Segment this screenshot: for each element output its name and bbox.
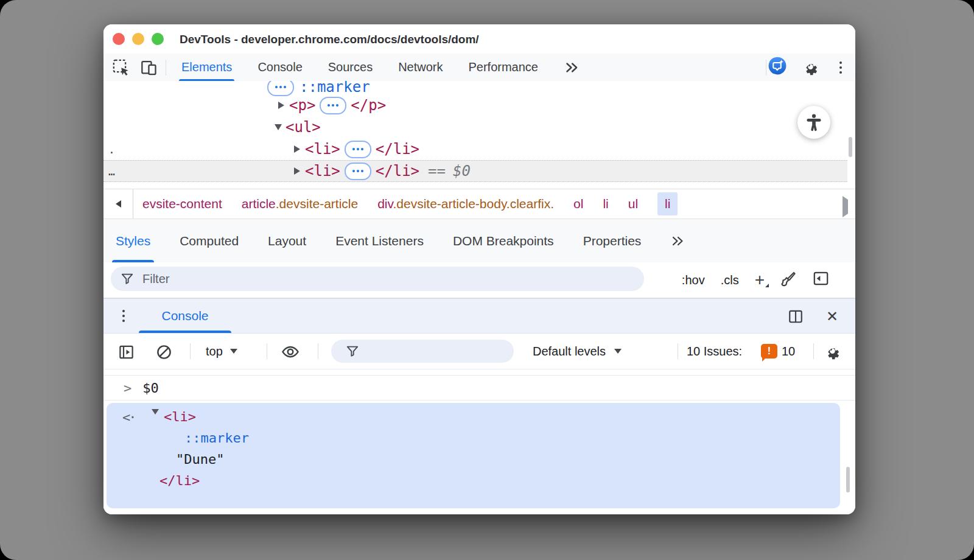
- tab-console[interactable]: Console: [258, 54, 302, 81]
- breadcrumb: evsite-content article.devsite-article d…: [142, 189, 678, 219]
- ellipsis-pill-icon[interactable]: [345, 163, 371, 180]
- ellipsis-pill-icon[interactable]: [320, 97, 346, 114]
- result-close-tag: </li>: [159, 473, 200, 488]
- chevron-down-icon: [230, 349, 237, 354]
- console-echo-value: $0: [142, 380, 159, 396]
- more-style-tabs-button[interactable]: [670, 219, 685, 262]
- ellipsis-pill-icon[interactable]: [345, 141, 371, 158]
- more-tabs-button[interactable]: [564, 54, 580, 81]
- device-toolbar-icon[interactable]: [140, 58, 158, 77]
- elements-breadcrumb-bar: evsite-content article.devsite-article d…: [103, 189, 855, 219]
- devtools-window: DevTools - developer.chrome.com/docs/dev…: [103, 24, 855, 514]
- eye-icon: [281, 342, 300, 362]
- expand-arrow-icon[interactable]: [294, 167, 300, 175]
- dollar-zero-reference: $0: [453, 163, 471, 180]
- tree-row-li-2-selected[interactable]: <li> </li> == $0: [103, 160, 847, 182]
- kebab-icon: [839, 61, 842, 74]
- tab-layout[interactable]: Layout: [268, 219, 306, 262]
- breadcrumb-item-li[interactable]: li: [603, 197, 608, 211]
- toolbar-separator: [766, 60, 766, 75]
- tab-elements[interactable]: Elements: [181, 54, 232, 81]
- tag-open: <li>: [305, 163, 340, 180]
- tab-properties[interactable]: Properties: [583, 219, 642, 262]
- window-title: DevTools - developer.chrome.com/docs/dev…: [180, 24, 479, 54]
- inspect-element-icon[interactable]: [112, 58, 130, 77]
- tag-open: <li>: [305, 141, 340, 158]
- console-sidebar-toggle-button[interactable]: [117, 343, 135, 361]
- console-sidebar-icon: [118, 344, 135, 360]
- filter-funnel-icon: [346, 345, 359, 358]
- log-levels-selector[interactable]: Default levels: [533, 334, 622, 369]
- minimize-window-button[interactable]: [132, 33, 144, 45]
- main-menu-kebab-button[interactable]: [832, 58, 850, 77]
- breadcrumb-item-ul[interactable]: ul: [628, 197, 638, 211]
- expand-arrow-icon[interactable]: [278, 102, 284, 109]
- breadcrumb-item-devsite-content[interactable]: evsite-content: [142, 197, 222, 211]
- breadcrumb-item-ol[interactable]: ol: [573, 197, 583, 211]
- panel-tabs: Elements Console Sources Network Perform…: [181, 54, 580, 81]
- toggle-element-state-button[interactable]: :hov: [682, 273, 705, 287]
- console-echo-row: > $0: [103, 375, 855, 401]
- tree-row-li-1[interactable]: <li> </li>: [294, 138, 419, 160]
- tab-sources[interactable]: Sources: [328, 54, 373, 81]
- rendering-brush-button[interactable]: [780, 270, 797, 290]
- console-prompt-chevron: >: [124, 380, 131, 396]
- collapse-arrow-icon[interactable]: [152, 415, 163, 430]
- console-drawer-header: Console ✕: [103, 298, 855, 334]
- device-toolbar-icon: [141, 59, 158, 76]
- breadcrumb-scroll-left-button[interactable]: [103, 189, 133, 219]
- close-drawer-button[interactable]: ✕: [823, 307, 841, 326]
- maximize-window-button[interactable]: [152, 33, 164, 45]
- ai-assistant-button[interactable]: [768, 57, 787, 75]
- ellipsis-pill-icon[interactable]: [267, 81, 294, 96]
- elements-scrollbar-thumb[interactable]: [849, 137, 852, 157]
- split-panel-button[interactable]: [787, 307, 805, 326]
- tab-event-listeners-label: Event Listeners: [335, 234, 424, 248]
- close-window-button[interactable]: [113, 33, 125, 45]
- console-scrollbar-thumb[interactable]: [846, 467, 850, 492]
- tab-network[interactable]: Network: [398, 54, 443, 81]
- log-levels-label: Default levels: [533, 345, 606, 359]
- paint-brush-icon: [780, 270, 797, 287]
- collapse-arrow-icon[interactable]: [275, 124, 282, 130]
- dock-sidebar-button[interactable]: [813, 270, 829, 290]
- gutter-dot: .: [108, 143, 115, 156]
- tree-row-ul[interactable]: <ul>: [275, 116, 321, 138]
- tab-computed[interactable]: Computed: [180, 219, 239, 262]
- styles-filter-input[interactable]: [141, 271, 570, 287]
- toggle-class-button[interactable]: .cls: [721, 273, 739, 287]
- breadcrumb-item-article[interactable]: article.devsite-article: [242, 197, 358, 211]
- tab-properties-label: Properties: [583, 234, 642, 248]
- breadcrumb-item-li-selected[interactable]: li: [657, 192, 678, 215]
- styles-filter-field[interactable]: [111, 267, 644, 291]
- toolbar-separator: [318, 343, 318, 359]
- settings-gear-button[interactable]: [801, 58, 819, 77]
- tab-elements-label: Elements: [181, 60, 232, 74]
- breadcrumb-item-div[interactable]: div.devsite-article-body.clearfix.: [377, 197, 554, 211]
- crumb-tag: article: [242, 197, 276, 211]
- tab-styles[interactable]: Styles: [116, 219, 150, 262]
- issues-counter-label[interactable]: 10 Issues:: [687, 334, 742, 369]
- tab-event-listeners[interactable]: Event Listeners: [335, 219, 424, 262]
- drawer-tab-console[interactable]: Console: [139, 299, 231, 333]
- console-settings-button[interactable]: [823, 343, 841, 361]
- expand-arrow-icon[interactable]: [294, 145, 300, 153]
- accessibility-widget-button[interactable]: [797, 106, 830, 139]
- console-filter-field[interactable]: [331, 340, 514, 363]
- new-style-rule-button[interactable]: +: [755, 274, 765, 286]
- styles-filter-row: :hov .cls +: [103, 262, 855, 298]
- console-filter-input[interactable]: [365, 344, 489, 359]
- clear-console-button[interactable]: [155, 343, 173, 361]
- execution-context-selector[interactable]: top: [206, 334, 237, 369]
- chevron-down-icon: [614, 349, 622, 354]
- tab-sources-label: Sources: [328, 60, 373, 74]
- drawer-menu-kebab-button[interactable]: [114, 307, 133, 325]
- tree-row-p[interactable]: <p> </p>: [278, 94, 386, 116]
- tab-dom-breakpoints[interactable]: DOM Breakpoints: [453, 219, 554, 262]
- tab-performance[interactable]: Performance: [469, 54, 539, 81]
- live-expression-button[interactable]: [281, 343, 300, 361]
- tab-styles-label: Styles: [116, 234, 150, 248]
- double-chevron-icon: [564, 60, 580, 75]
- issues-badge-icon[interactable]: !: [761, 344, 777, 359]
- breadcrumb-scroll-right-button[interactable]: [843, 200, 848, 214]
